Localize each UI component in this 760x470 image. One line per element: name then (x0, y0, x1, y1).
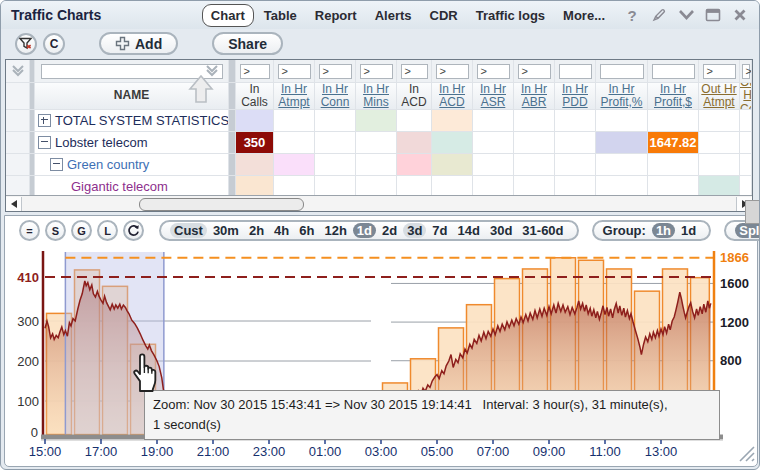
column-filter-input[interactable] (559, 64, 592, 79)
window-icon[interactable] (704, 6, 722, 24)
app-title: Traffic Charts (11, 7, 101, 23)
split-label[interactable]: Split (735, 223, 760, 238)
range-2d[interactable]: 2d (378, 223, 401, 238)
value-cell (397, 132, 432, 154)
column-header-label: Profit,$ (654, 96, 692, 109)
tab-chart[interactable]: Chart (202, 4, 254, 27)
scrollbar-thumb[interactable] (139, 198, 304, 211)
range-2h[interactable]: 2h (245, 223, 268, 238)
collapse-all-icon[interactable] (6, 60, 30, 83)
column-header-outhr-conn[interactable]: Out HrConn (740, 83, 752, 110)
collapse-icon[interactable] (50, 158, 63, 171)
range-12h[interactable]: 12h (320, 223, 350, 238)
column-filter-input[interactable]: > (360, 64, 393, 79)
column-filter-input[interactable]: > (436, 64, 469, 79)
add-button[interactable]: Add (99, 32, 178, 55)
column-header-inhr-atmpt[interactable]: In HrAtmpt (274, 83, 315, 110)
nav-tabs: ChartTableReportAlertsCDRTraffic logsMor… (202, 4, 613, 27)
close-icon[interactable] (731, 6, 749, 24)
expand-icon[interactable] (38, 114, 51, 127)
column-filter-input[interactable]: > (278, 64, 311, 79)
filter-button[interactable] (15, 33, 37, 55)
range-30d[interactable]: 30d (486, 223, 516, 238)
scroll-left-button[interactable] (6, 197, 22, 211)
filter-cell-12: > (740, 60, 752, 83)
left-arrow-icon (11, 200, 17, 208)
divider (229, 60, 236, 83)
collapse-icon[interactable] (38, 136, 51, 149)
group-1d[interactable]: 1d (677, 223, 700, 238)
range-31-60d[interactable]: 31-60d (518, 223, 567, 238)
range-4h[interactable]: 4h (270, 223, 293, 238)
menu-button[interactable]: = (19, 220, 40, 241)
share-button[interactable]: Share (212, 32, 283, 55)
value-cell (315, 154, 356, 176)
column-header-inhr-mins[interactable]: In HrMins (356, 83, 397, 110)
tab-more-[interactable]: More... (555, 5, 613, 26)
range-30m[interactable]: 30m (209, 223, 243, 238)
g-button[interactable]: G (71, 220, 92, 241)
value-cell: 350 (236, 132, 274, 154)
column-header-inhr-profit[interactable]: In HrProfit,% (596, 83, 648, 110)
group-1h[interactable]: 1h (652, 223, 675, 238)
column-filter-input[interactable]: > (518, 64, 551, 79)
range-cust[interactable]: Cust (170, 223, 207, 238)
value-cell (514, 154, 555, 176)
sort-ascending-arrow[interactable] (184, 72, 218, 110)
value-cell (596, 110, 648, 132)
tab-cdr[interactable]: CDR (422, 5, 466, 26)
column-header-label: ASR (481, 96, 506, 109)
value-cell (236, 110, 274, 132)
tab-report[interactable]: Report (307, 5, 365, 26)
column-filter-input[interactable] (652, 64, 695, 79)
column-filter-input[interactable]: > (742, 64, 750, 79)
range-7d[interactable]: 7d (428, 223, 451, 238)
tab-alerts[interactable]: Alerts (367, 5, 420, 26)
column-filter-input[interactable]: > (401, 64, 428, 79)
value-cell (699, 132, 740, 154)
column-filter-input[interactable] (600, 64, 644, 79)
row-name-cell[interactable]: Lobster telecom (35, 132, 229, 154)
help-icon[interactable]: ? (623, 6, 641, 24)
range-6h[interactable]: 6h (295, 223, 318, 238)
value-cell (648, 110, 699, 132)
column-filter-input[interactable]: > (319, 64, 352, 79)
refresh-button[interactable] (123, 220, 144, 241)
value-cell (514, 132, 555, 154)
row-name-cell[interactable]: TOTAL SYSTEM STATISTICS (35, 110, 229, 132)
table-horizontal-scrollbar[interactable] (6, 195, 752, 211)
tab-table[interactable]: Table (256, 5, 305, 26)
column-filter-input[interactable]: > (703, 64, 736, 79)
range-14d[interactable]: 14d (454, 223, 484, 238)
value-cell (596, 154, 648, 176)
value-cell (315, 132, 356, 154)
nav-icons: ? (623, 6, 749, 24)
action-toolbar: C Add Share (1, 29, 759, 58)
s-button[interactable]: S (45, 220, 66, 241)
resize-grip[interactable] (736, 443, 756, 467)
range-3d[interactable]: 3d (403, 223, 426, 238)
column-header-inhr-conn[interactable]: In HrConn (315, 83, 356, 110)
column-header-inhr-asr[interactable]: In HrASR (473, 83, 514, 110)
range-1d[interactable]: 1d (353, 223, 376, 238)
value-cell (397, 110, 432, 132)
column-header-outhr-atmpt[interactable]: Out HrAtmpt (699, 83, 740, 110)
value-cell (274, 154, 315, 176)
value-cell (236, 154, 274, 176)
value-cell (740, 110, 752, 132)
edit-icon[interactable] (650, 6, 668, 24)
column-header-inhr-profit[interactable]: In HrProfit,$ (648, 83, 699, 110)
column-filter-input[interactable]: > (477, 64, 510, 79)
column-filter-input[interactable]: > (240, 64, 270, 79)
l-button[interactable]: L (97, 220, 118, 241)
clear-button[interactable]: C (43, 33, 65, 55)
column-header-inhr-abr[interactable]: In HrABR (514, 83, 555, 110)
row-name-cell[interactable]: Green country (35, 154, 229, 176)
table-row: TOTAL SYSTEM STATISTICS (6, 110, 752, 132)
filter-cell-9 (596, 60, 648, 83)
tab-traffic-logs[interactable]: Traffic logs (468, 5, 553, 26)
column-header-inhr-acd[interactable]: In HrACD (432, 83, 473, 110)
column-header-inhr-pdd[interactable]: In HrPDD (555, 83, 596, 110)
chevron-down-icon[interactable] (677, 6, 695, 24)
value-cell (740, 132, 752, 154)
